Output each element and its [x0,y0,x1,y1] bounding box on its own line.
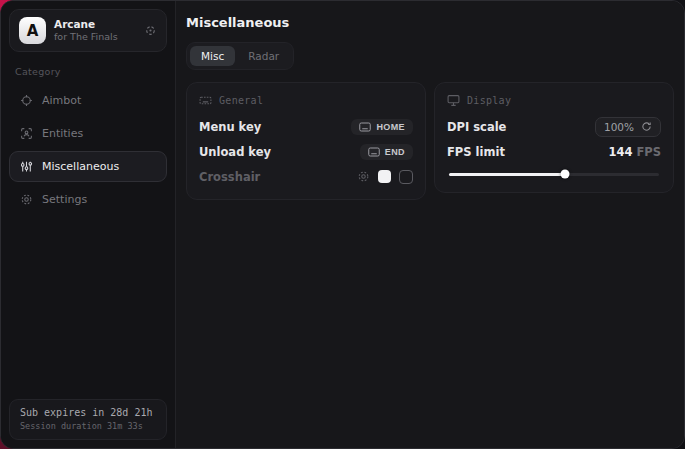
subscription-card: Sub expires in 28d 21h Session duration … [9,399,167,440]
page-title: Miscellaneous [186,15,674,30]
crosshair-settings-gear-icon[interactable] [357,170,370,183]
unload-key-value: END [385,147,405,157]
monitor-icon [447,94,460,107]
sidebar: A Arcane for The Finals Category [1,1,176,448]
slider-fill [449,173,565,176]
sidebar-item-label: Entities [42,127,83,140]
crosshair-outline-swatch[interactable] [399,170,413,184]
fps-limit-slider[interactable] [449,169,659,179]
app-logo: A [19,17,46,44]
main-panel: Miscellaneous Misc Radar General [176,1,685,448]
sidebar-item-label: Settings [42,193,87,206]
menu-key-row: Menu key HOME [199,115,413,138]
fps-limit-value: 144 FPS [608,145,661,159]
target-icon[interactable] [144,24,157,37]
keyboard-icon [199,94,212,107]
refresh-icon[interactable] [641,121,652,132]
keyboard-icon [359,122,371,132]
dpi-scale-row: DPI scale 100% [447,115,661,138]
sliders-icon [20,160,33,173]
card-title: General [219,95,263,106]
dpi-scale-control[interactable]: 100% [595,117,661,137]
sidebar-item-miscellaneous[interactable]: Miscellaneous [9,151,167,182]
card-title: Display [467,95,511,106]
unload-key-label: Unload key [199,145,271,159]
menu-key-button[interactable]: HOME [351,119,413,135]
sub-expiry-text: Sub expires in 28d 21h [20,407,156,418]
keyboard-icon [368,147,380,157]
menu-key-value: HOME [376,122,405,132]
app-window: A Arcane for The Finals Category [0,0,685,449]
slider-thumb[interactable] [560,170,569,179]
dpi-scale-value: 100% [604,121,634,133]
dpi-scale-label: DPI scale [447,120,506,134]
sidebar-item-settings[interactable]: Settings [9,184,167,215]
tab-bar: Misc Radar [186,42,294,70]
logo-card: A Arcane for The Finals [9,9,167,52]
general-card: General Menu key HOME [186,82,426,200]
display-card: Display DPI scale 100% [434,82,674,193]
fps-number: 144 [608,145,632,159]
crosshair-row: Crosshair [199,165,413,188]
sidebar-nav: Aimbot Entities [9,85,167,215]
sidebar-item-label: Aimbot [42,94,81,107]
fps-unit: FPS [632,145,661,159]
fps-limit-row: FPS limit 144 FPS [447,140,661,163]
gear-icon [20,193,33,206]
app-subtitle: for The Finals [54,31,136,43]
logo-text: Arcane for The Finals [54,18,136,43]
session-duration-text: Session duration 31m 33s [20,421,156,431]
tab-misc[interactable]: Misc [190,46,235,66]
crosshair-label: Crosshair [199,170,260,184]
app-title: Arcane [54,18,136,31]
menu-key-label: Menu key [199,120,261,134]
fps-limit-label: FPS limit [447,145,505,159]
unload-key-button[interactable]: END [360,144,413,160]
sidebar-item-entities[interactable]: Entities [9,118,167,149]
crosshair-color-swatch[interactable] [378,170,391,183]
sidebar-item-aimbot[interactable]: Aimbot [9,85,167,116]
tab-radar[interactable]: Radar [237,46,290,66]
unload-key-row: Unload key END [199,140,413,163]
category-label: Category [15,66,161,77]
entities-scan-icon [20,127,33,140]
crosshair-icon [20,94,33,107]
sidebar-item-label: Miscellaneous [42,160,119,173]
